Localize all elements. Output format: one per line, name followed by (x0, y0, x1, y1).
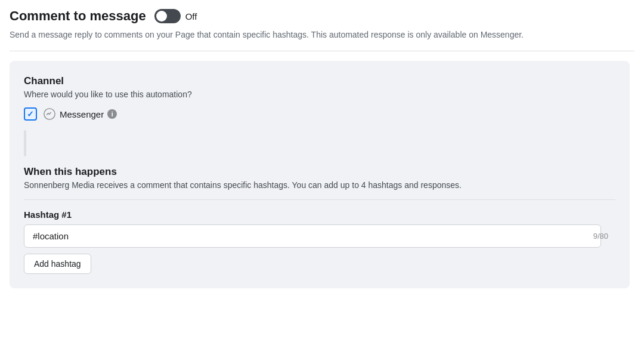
when-section-description: Sonnenberg Media receives a comment that… (24, 180, 615, 190)
messenger-checkbox[interactable]: ✓ (24, 107, 37, 121)
card-inner-divider (24, 199, 615, 200)
toggle-knob (156, 11, 167, 21)
channel-section-title: Channel (24, 75, 615, 87)
page-title: Comment to message (10, 8, 146, 24)
header-divider (10, 51, 634, 51)
toggle-container: Off (154, 9, 197, 23)
checkbox-check-icon: ✓ (27, 110, 34, 118)
channel-section: Channel Where would you like to use this… (24, 75, 615, 121)
add-hashtag-button[interactable]: Add hashtag (24, 254, 91, 274)
hashtag-input-wrapper: 9/80 (24, 224, 615, 248)
channel-section-description: Where would you like to use this automat… (24, 90, 615, 99)
section-accent-bar (24, 130, 26, 156)
hashtag-section: Hashtag #1 9/80 Add hashtag (24, 210, 615, 274)
when-section: When this happens Sonnenberg Media recei… (24, 166, 615, 190)
when-section-title: When this happens (24, 166, 615, 178)
header-description: Send a message reply to comments on your… (10, 29, 634, 41)
hashtag-input[interactable] (24, 224, 601, 248)
messenger-icon (43, 107, 56, 121)
header-section: Comment to message Off Send a message re… (10, 8, 634, 41)
messenger-info-icon[interactable]: i (107, 109, 117, 119)
char-count: 9/80 (593, 232, 608, 241)
page-wrapper: Comment to message Off Send a message re… (0, 0, 644, 297)
messenger-icon-wrapper: Messenger i (43, 107, 117, 121)
messenger-label: Messenger (60, 109, 104, 119)
toggle-switch[interactable] (154, 9, 181, 23)
hashtag-label: Hashtag #1 (24, 210, 615, 220)
channel-option: ✓ Messenger i (24, 107, 615, 121)
header-top: Comment to message Off (10, 8, 634, 24)
main-card: Channel Where would you like to use this… (10, 61, 630, 288)
toggle-state-label: Off (185, 11, 197, 21)
